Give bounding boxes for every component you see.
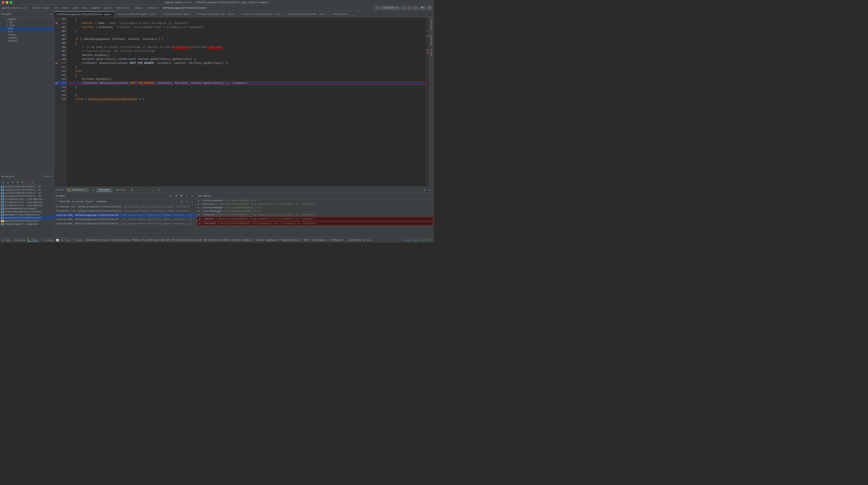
debug-tab-console[interactable]: Console — [113, 188, 128, 192]
var-currentrange[interactable]: ▶ ≡ currentRange = {VersionRange@3062} "… — [196, 209, 434, 213]
thread-filter-btn[interactable]: ⊟ — [180, 200, 184, 204]
sidebar-database[interactable]: Database — [429, 33, 434, 47]
tab-defaultmaven[interactable]: C DefaultMaven.java ✕ — [160, 11, 194, 17]
struct-collect3[interactable]: m collect(Set<Artifact>, Ar — [0, 191, 54, 194]
debug-btn-step-over[interactable]: ↷ — [135, 188, 140, 192]
status-profiler[interactable]: 📊 Profiler — [56, 239, 71, 242]
nav-back-btn[interactable]: ⬅ — [375, 6, 380, 10]
structure-list[interactable]: m collect(Set<Artifact>, Ar m collect(Se… — [0, 185, 54, 238]
tab-execution[interactable]: C ExecutionEventLogger.java ✕ — [115, 11, 160, 17]
struct-btn6[interactable]: f — [25, 180, 30, 185]
nav-legacy[interactable]: legacy — [134, 7, 143, 9]
frame-fireevent-737[interactable]: fireEvent:737, DefaultLegacyArtifactColl… — [54, 205, 196, 209]
structure-icon2[interactable]: ≡ — [46, 175, 48, 178]
tab-more-btn[interactable]: ▾ — [351, 14, 355, 17]
debug-tab-debugger[interactable]: Debugger — [96, 188, 113, 192]
struct-collect1[interactable]: m collect(Set<Artifact>, Ar — [0, 185, 54, 188]
tab-buildlist[interactable]: C BuildListC — [329, 11, 350, 17]
struct-fireevent1[interactable]: m fireEvent(int, List<Resolu — [0, 198, 54, 201]
frames-stop-btn[interactable]: ■ — [179, 194, 184, 198]
tree-item-resolv[interactable]: ▼ resolv — [0, 18, 54, 21]
project-tree[interactable]: ▼ resolv ▼ co ▶ tra C De I Le — [0, 17, 54, 173]
struct-manage[interactable]: m manageArtifact(Resolutio — [0, 213, 54, 216]
tree-item-checkl[interactable]: C Chec — [0, 33, 54, 36]
nav-org[interactable]: org — [83, 7, 87, 9]
frame-fireevent-714[interactable]: fireEvent:714, DefaultLegacyArtifactColl… — [54, 209, 196, 213]
status-problems[interactable]: ⚠ Problems — [12, 239, 26, 242]
struct-getmanaged[interactable]: m getManagedVersionsMap( — [0, 207, 54, 210]
sort2-btn[interactable]: ⇅ — [6, 180, 10, 185]
debug-btn[interactable]: ▶ — [407, 6, 412, 10]
debug-settings-btn[interactable]: ⚙ — [423, 188, 427, 192]
sidebar-maven[interactable]: Maven — [429, 47, 434, 57]
nav-java[interactable]: java — [72, 7, 78, 9]
debug-close-btn[interactable]: ✕ — [428, 188, 432, 192]
nav-apache[interactable]: apache — [91, 7, 100, 9]
tab-defaultmodel[interactable]: C DefaultModelBuilder.java ✕ — [285, 11, 330, 17]
tree-item-co[interactable]: ▼ co — [0, 21, 54, 24]
struct-collect4[interactable]: m collect(Set<Artifact>, Ar — [0, 194, 54, 198]
tab-close-project[interactable]: ✕ — [282, 13, 283, 16]
frames-list[interactable]: fireEvent:737, DefaultLegacyArtifactColl… — [54, 205, 196, 238]
variables-list[interactable]: ▶ ≡ previousNodes = {ArrayList@3059} siz… — [196, 199, 434, 238]
status-todo[interactable]: ☰ TODO — [2, 239, 10, 242]
close-button[interactable] — [2, 1, 4, 4]
frames-resume-btn[interactable]: ▶ — [168, 194, 173, 198]
maximize-button[interactable] — [10, 1, 12, 4]
tab-close-exec[interactable]: ✕ — [156, 13, 158, 16]
nav-src[interactable]: src — [54, 7, 58, 9]
structure-icon1[interactable]: ☰ — [43, 175, 46, 178]
struct-btn3[interactable]: ⊕ — [11, 180, 15, 185]
structure-gear-icon[interactable]: ⚙ — [49, 175, 51, 178]
search-btn[interactable]: 🔍 — [420, 6, 426, 10]
nav-project[interactable]: apache-maven-3.6.3 — [2, 7, 28, 9]
status-build[interactable]: 🔨 Build — [72, 239, 83, 242]
frame-recurse-605-1[interactable]: recurse:605, DefaultLegacyArtifactCollec… — [54, 222, 196, 226]
nav-main[interactable]: main — [63, 7, 68, 9]
debug-resume-btn[interactable]: ▶ — [91, 188, 96, 192]
project-close-icon[interactable]: ✕ — [51, 13, 53, 16]
tree-item-defau1[interactable]: C Defau — [0, 36, 54, 39]
debug-session-btn[interactable]: 🐛 localhost ✕ — [66, 188, 89, 192]
debug-btn-layout[interactable]: ☰ — [130, 188, 134, 192]
thread-add-btn[interactable]: + — [185, 200, 189, 204]
struct-collect2[interactable]: m collect(Set<Artifact>, Ar — [0, 188, 54, 191]
var-previous[interactable]: ▶ ≡ previous = {ResolutionNode@3060} "or… — [196, 202, 434, 206]
sidebar-translate[interactable]: Translate — [429, 17, 434, 33]
tree-item-tra[interactable]: ▶ tra — [0, 24, 54, 27]
structure-close-icon[interactable]: ✕ — [51, 175, 53, 178]
nav-maven[interactable]: maven — [104, 7, 111, 9]
var-farthest[interactable]: ▶ ≡ farthest = {ResolutionNode@3060} "or… — [197, 221, 433, 225]
run-btn[interactable]: ▶ — [401, 6, 406, 10]
tree-item-le[interactable]: I Le — [0, 30, 54, 33]
nav-repository[interactable]: repository — [115, 7, 130, 9]
debug-btn-run-cursor[interactable]: ⇢ — [151, 188, 156, 192]
debug-btn-step-into[interactable]: ↓ — [141, 188, 145, 192]
debug-btn-step-out[interactable]: ↑ — [146, 188, 150, 192]
var-previousnodes[interactable]: ▶ ≡ previousNodes = {ArrayList@3059} siz… — [196, 199, 434, 202]
frame-recurse-605-2[interactable]: recurse:605, DefaultLegacyArtifactCollec… — [54, 217, 196, 222]
var-resolved[interactable]: ▶ ≡ resolved = {ResolutionNode@3051} "or… — [196, 213, 434, 216]
struct-defaultconflict[interactable]: f defaultConflictResolver: — [0, 219, 54, 222]
debug-btn-eval[interactable]: ≡ — [157, 188, 161, 192]
thread-dropdown-btn[interactable]: ▾ — [190, 200, 194, 204]
thread-step-btn1[interactable]: ↑ — [169, 200, 174, 204]
thread-step-btn2[interactable]: ↓ — [175, 200, 179, 204]
nav-module[interactable]: maven-compat — [32, 7, 50, 9]
tab-defaultlegacy[interactable]: C DefaultLegacyArtifactCollector.java ✕ — [54, 11, 115, 17]
frames-filter-btn[interactable]: ⊟ — [190, 194, 194, 198]
tab-close-defaultlegacy[interactable]: ✕ — [111, 13, 112, 16]
struct-fireevent3[interactable]: m fireEvent(int, List<Resolu — [0, 204, 54, 207]
localhost-dropdown[interactable]: localhost ▼ — [381, 6, 400, 10]
struct-recurse[interactable]: m recurse(ArtifactResolutic — [0, 216, 54, 219]
tab-defaultgraph[interactable]: C DefaultGraphBuilder.java ✕ — [194, 11, 238, 17]
var-previousrange[interactable]: ▶ ≡ previousRange = {VersionRange@3061} … — [196, 206, 434, 209]
sort-btn[interactable]: ⇅ — [1, 180, 5, 185]
settings-btn[interactable]: ⚙ — [427, 6, 432, 10]
frames-pause-btn[interactable]: ⏸ — [174, 194, 178, 198]
event-log-btn[interactable]: ℹ Event Log — [403, 239, 417, 242]
status-debug[interactable]: 🐛 Debug — [27, 239, 38, 242]
tab-defaultproject[interactable]: C DefaultProjectBuilder.java ✕ — [238, 11, 285, 17]
minimize-button[interactable] — [6, 1, 8, 4]
project-gear-icon[interactable]: ⚙ — [49, 13, 51, 16]
